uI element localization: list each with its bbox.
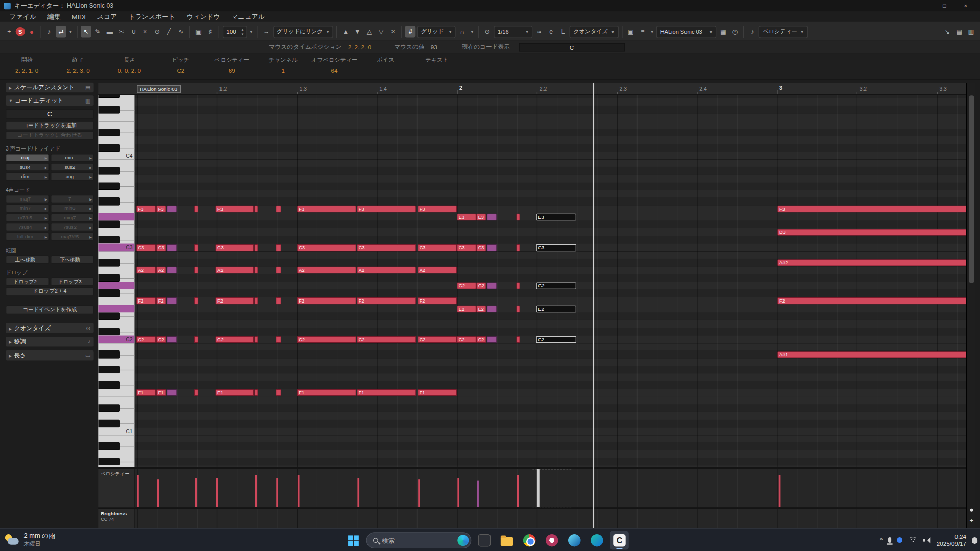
midi-note[interactable]: C3 [136, 244, 156, 251]
menu-item[interactable]: マニュアル [226, 12, 271, 21]
midi-note[interactable] [516, 213, 520, 220]
midi-note[interactable]: F1 [418, 389, 457, 396]
length-quantize-icon[interactable]: L [558, 26, 569, 37]
midi-note[interactable] [276, 297, 281, 304]
midi-note[interactable] [516, 336, 520, 342]
velocity-bar[interactable] [216, 478, 218, 507]
zoom-tool[interactable]: ⊙ [152, 26, 162, 37]
record-in-editor-button[interactable]: ● [26, 26, 37, 37]
midi-note[interactable] [167, 389, 177, 396]
midi-note[interactable] [167, 206, 177, 212]
midi-note[interactable]: C2 [476, 336, 486, 342]
midi-note[interactable]: F3 [136, 206, 156, 212]
midi-note[interactable]: C3 [457, 244, 476, 251]
quantize-panel-icon[interactable]: e [546, 26, 556, 37]
midi-note[interactable] [276, 206, 281, 212]
part-name-tab[interactable]: HALion Sonic 03 [137, 85, 180, 93]
cc-lane[interactable] [135, 509, 966, 528]
midi-note[interactable]: C3 [476, 244, 486, 251]
piano-key-black[interactable] [98, 458, 120, 465]
info-field[interactable]: ピッチC2 [155, 56, 206, 79]
midi-note[interactable] [487, 305, 497, 312]
chord-type-button[interactable]: minj7▶ [51, 214, 94, 222]
chord-type-button[interactable]: m7/b5▶ [6, 214, 49, 222]
chord-type-button[interactable]: min.▶ [51, 154, 94, 162]
piano-key-black[interactable] [98, 95, 120, 98]
taskbar-app-clipstudio[interactable] [543, 531, 561, 550]
midi-note[interactable]: A2 [156, 267, 166, 273]
taskbar-app-media[interactable] [587, 531, 606, 550]
taskbar-app-explorer[interactable] [498, 531, 517, 550]
midi-note[interactable]: G2 [536, 282, 576, 289]
midi-note[interactable]: C2 [457, 336, 476, 342]
midi-note[interactable] [516, 305, 520, 312]
menu-item[interactable]: スコア [91, 12, 123, 21]
midi-note[interactable]: F3 [215, 206, 254, 212]
piano-key-black[interactable] [98, 381, 120, 389]
erase-tool[interactable]: ▬ [104, 26, 115, 37]
midi-note[interactable]: A2 [136, 267, 156, 273]
midi-note[interactable] [276, 336, 281, 342]
midi-note[interactable]: C2 [357, 336, 416, 342]
midi-note[interactable]: C3 [536, 244, 576, 251]
autoscroll-icon[interactable]: ⇄ [56, 26, 66, 37]
midi-note[interactable] [194, 244, 198, 251]
panel-chord-editing[interactable]: ▼ コードエディット ▥ [6, 95, 94, 106]
event-colors-icon[interactable]: ♪ [747, 26, 758, 37]
snap-type-icon[interactable]: ∩ [457, 26, 468, 37]
menu-item[interactable]: トランスポート [122, 12, 181, 21]
curve-tool[interactable]: ∿ [176, 26, 186, 37]
piano-key-black[interactable] [98, 350, 120, 358]
grid-link-dropdown[interactable]: グリッドにリンク▼ [273, 26, 333, 38]
midi-note[interactable] [276, 267, 281, 273]
chord-type-button[interactable]: ドロップ2 [6, 278, 49, 286]
chord-type-button[interactable]: aug▶ [51, 172, 94, 181]
drop-2-4-button[interactable]: ドロップ2 + 4 [6, 287, 94, 296]
snap-toggle-icon[interactable]: # [405, 26, 416, 37]
midi-note[interactable]: F1 [136, 389, 156, 396]
midi-note[interactable] [254, 267, 258, 273]
midi-note[interactable] [276, 244, 281, 251]
midi-note[interactable]: C2 [136, 336, 156, 342]
midi-note[interactable]: C3 [357, 244, 416, 251]
volume-icon[interactable] [923, 537, 931, 543]
piano-key-black[interactable] [98, 129, 120, 136]
velocity-bar[interactable] [517, 475, 519, 507]
info-field[interactable]: テキスト [411, 56, 462, 79]
midi-note[interactable]: C2 [215, 336, 254, 342]
midi-note[interactable]: C3 [297, 244, 356, 251]
close-button[interactable]: × [955, 3, 976, 9]
spin-down-icon[interactable]: ▼ [241, 32, 244, 35]
menu-item[interactable]: MIDI [66, 13, 91, 20]
midi-note[interactable] [194, 297, 198, 304]
part-list-caret[interactable]: ▼ [649, 30, 655, 33]
midi-note[interactable] [194, 267, 198, 273]
nudge-right-icon[interactable]: ▼ [352, 26, 363, 37]
midi-note[interactable]: F3 [418, 206, 457, 212]
chord-type-button[interactable]: 7sus4▶ [6, 223, 49, 231]
timeline-ruler[interactable]: 1.21.31.422.22.32.433.23.3 [135, 83, 966, 95]
grid-type-dropdown[interactable]: グリッド▼ [417, 26, 456, 38]
iterative-quantize-icon[interactable]: ≈ [534, 26, 545, 37]
wifi-icon[interactable] [909, 537, 918, 543]
insert-velocity-spin[interactable]: 100▲▼ [223, 26, 247, 38]
info-field[interactable]: ボイス─ [360, 56, 411, 79]
network-status-icon[interactable] [897, 537, 903, 543]
piano-key-black[interactable] [98, 106, 120, 113]
piano-key-black[interactable] [98, 220, 120, 228]
midi-note[interactable]: C2 [297, 336, 356, 342]
midi-note[interactable]: E2 [457, 305, 476, 312]
info-field[interactable]: ベロシティー69 [206, 56, 257, 79]
object-selection-tool[interactable]: ↖ [81, 26, 91, 37]
event-colors-dropdown[interactable]: ベロシティー▼ [759, 26, 808, 38]
draw-tool[interactable]: ✎ [92, 26, 103, 37]
piano-key-black[interactable] [98, 312, 120, 320]
midi-note[interactable]: F2 [215, 297, 254, 304]
velocity-bar[interactable] [779, 475, 781, 507]
quantize-preset-dropdown[interactable]: 1/16▼ [494, 26, 533, 38]
chord-type-button[interactable]: sus4▶ [6, 163, 49, 171]
acoustic-feedback-icon[interactable]: ♪ [44, 26, 55, 37]
info-field[interactable]: 長さ0. 0. 2. 0 [104, 56, 155, 79]
scrollbar-thumb[interactable] [969, 95, 974, 283]
split-tool[interactable]: ✂ [116, 26, 127, 37]
